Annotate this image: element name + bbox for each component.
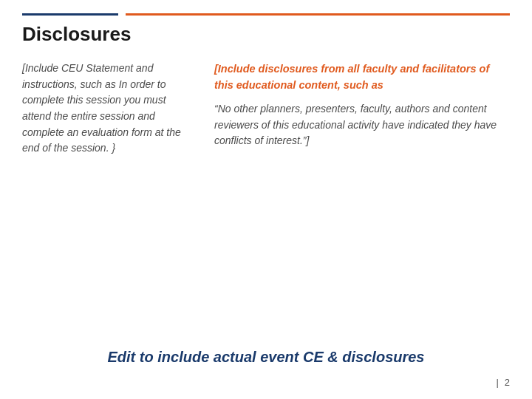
- slide: Disclosures [Include CEU Statement and i…: [0, 0, 532, 399]
- right-col-bottom-text: “No other planners, presenters, faculty,…: [214, 101, 510, 149]
- right-column: [Include disclosures from all faculty an…: [214, 61, 510, 157]
- page-number-value: 2: [505, 377, 510, 388]
- right-col-top-text: [Include disclosures from all faculty an…: [214, 61, 510, 94]
- page-title: Disclosures: [0, 23, 532, 61]
- top-decoration: [0, 0, 532, 23]
- page-separator: |: [496, 377, 498, 388]
- bottom-cta-text: Edit to include actual event CE & disclo…: [0, 349, 532, 366]
- line-short: [22, 13, 118, 16]
- page-number-area: | 2: [496, 377, 510, 388]
- left-col-text: [Include CEU Statement and instructions,…: [22, 62, 181, 154]
- left-column: [Include CEU Statement and instructions,…: [22, 61, 192, 157]
- line-long: [126, 13, 510, 16]
- content-area: [Include CEU Statement and instructions,…: [0, 61, 532, 157]
